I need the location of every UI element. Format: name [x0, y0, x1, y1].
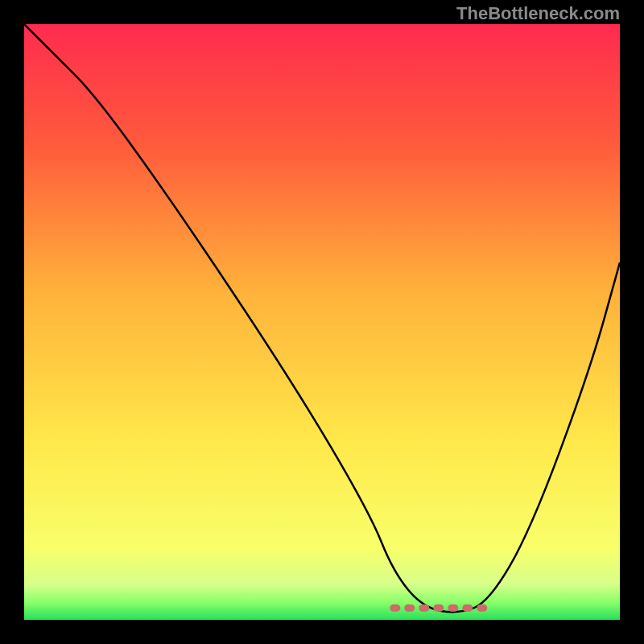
bottleneck-curve: [24, 24, 620, 612]
curve-layer: [24, 24, 620, 620]
plot-area: [24, 24, 620, 620]
watermark-text: TheBottleneck.com: [456, 3, 620, 24]
chart-frame: TheBottleneck.com: [0, 0, 644, 644]
